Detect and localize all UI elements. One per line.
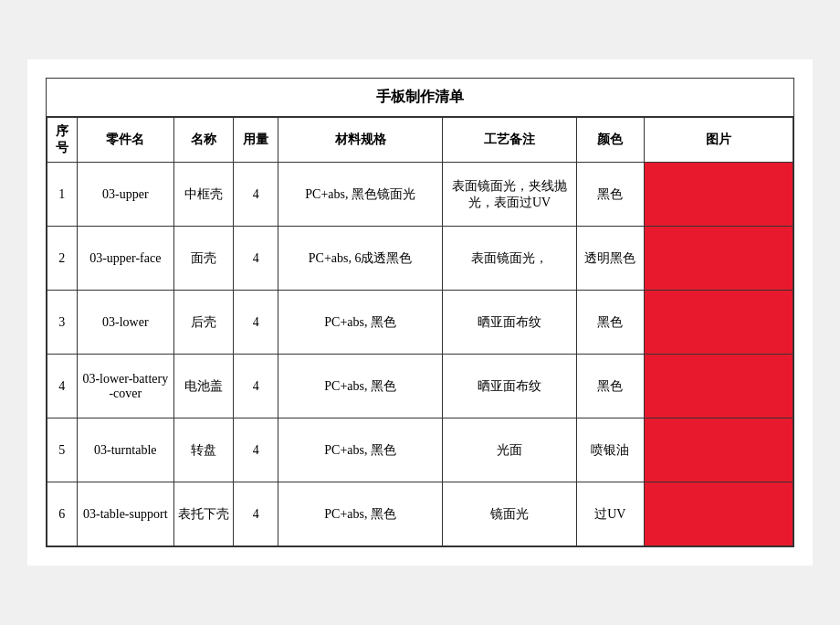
cell-color: 过UV [577, 482, 645, 546]
header-seq: 序号 [47, 118, 78, 163]
table-row: 203-upper-face面壳4PC+abs, 6成透黑色表面镜面光，透明黑色 [47, 227, 793, 291]
header-color: 颜色 [577, 118, 645, 163]
cell-process: 晒亚面布纹 [442, 355, 576, 418]
cell-color: 黑色 [577, 355, 645, 418]
cell-pic [644, 163, 793, 227]
cell-color: 透明黑色 [577, 227, 645, 291]
table-row: 403-lower-battery-cover电池盖4PC+abs, 黑色晒亚面… [47, 355, 793, 418]
header-part: 零件名 [77, 118, 173, 163]
cell-spec: PC+abs, 黑色 [278, 418, 443, 482]
cell-name: 转盘 [173, 418, 233, 482]
header-row: 序号 零件名 名称 用量 材料规格 工艺备注 颜色 图片 [47, 118, 793, 163]
page-container: 手板制作清单 序号 零件名 名称 用量 材料规格 工艺备注 [27, 59, 813, 566]
cell-pic [644, 355, 793, 418]
cell-color: 喷银油 [577, 418, 645, 482]
cell-part: 03-upper-face [77, 227, 173, 291]
table-row: 603-table-support表托下壳4PC+abs, 黑色镜面光过UV [47, 482, 793, 546]
cell-qty: 4 [234, 291, 278, 355]
cell-process: 镜面光 [442, 482, 576, 546]
cell-part: 03-table-support [77, 482, 173, 546]
table-row: 503-turntable转盘4PC+abs, 黑色光面喷银油 [47, 418, 793, 482]
cell-part: 03-lower [77, 291, 173, 355]
cell-process: 表面镜面光，夹线抛光，表面过UV [442, 163, 576, 227]
cell-seq: 1 [47, 163, 78, 227]
header-name: 名称 [173, 118, 233, 163]
cell-spec: PC+abs, 黑色 [278, 355, 443, 418]
cell-seq: 4 [47, 355, 78, 418]
cell-name: 表托下壳 [173, 482, 233, 546]
cell-pic [644, 482, 793, 546]
cell-color: 黑色 [577, 291, 645, 355]
table-title: 手板制作清单 [47, 79, 793, 117]
cell-process: 表面镜面光， [442, 227, 576, 291]
cell-spec: PC+abs, 黑色镜面光 [278, 163, 443, 227]
cell-seq: 6 [47, 482, 78, 546]
cell-pic [644, 227, 793, 291]
cell-qty: 4 [234, 482, 278, 546]
cell-spec: PC+abs, 黑色 [278, 482, 443, 546]
cell-process: 光面 [442, 418, 576, 482]
cell-qty: 4 [234, 418, 278, 482]
table-row: 103-upper中框壳4PC+abs, 黑色镜面光表面镜面光，夹线抛光，表面过… [47, 163, 793, 227]
cell-part: 03-turntable [77, 418, 173, 482]
cell-part: 03-upper [77, 163, 173, 227]
cell-seq: 5 [47, 418, 78, 482]
header-pic: 图片 [644, 118, 793, 163]
cell-name: 中框壳 [173, 163, 233, 227]
header-qty: 用量 [234, 118, 278, 163]
cell-color: 黑色 [577, 163, 645, 227]
cell-name: 后壳 [173, 291, 233, 355]
cell-name: 电池盖 [173, 355, 233, 418]
header-process: 工艺备注 [442, 118, 576, 163]
cell-part: 03-lower-battery-cover [77, 355, 173, 418]
cell-spec: PC+abs, 黑色 [278, 291, 443, 355]
cell-qty: 4 [234, 355, 278, 418]
cell-pic [644, 291, 793, 355]
cell-name: 面壳 [173, 227, 233, 291]
table-wrapper: 手板制作清单 序号 零件名 名称 用量 材料规格 工艺备注 [46, 78, 794, 547]
cell-qty: 4 [234, 227, 278, 291]
cell-process: 晒亚面布纹 [442, 291, 576, 355]
cell-qty: 4 [234, 163, 278, 227]
main-table: 序号 零件名 名称 用量 材料规格 工艺备注 颜色 图片 103-upper中框… [47, 117, 793, 546]
cell-seq: 3 [47, 291, 78, 355]
cell-seq: 2 [47, 227, 78, 291]
cell-pic [644, 418, 793, 482]
cell-spec: PC+abs, 6成透黑色 [278, 227, 443, 291]
table-row: 303-lower后壳4PC+abs, 黑色晒亚面布纹黑色 [47, 291, 793, 355]
header-spec: 材料规格 [278, 118, 443, 163]
